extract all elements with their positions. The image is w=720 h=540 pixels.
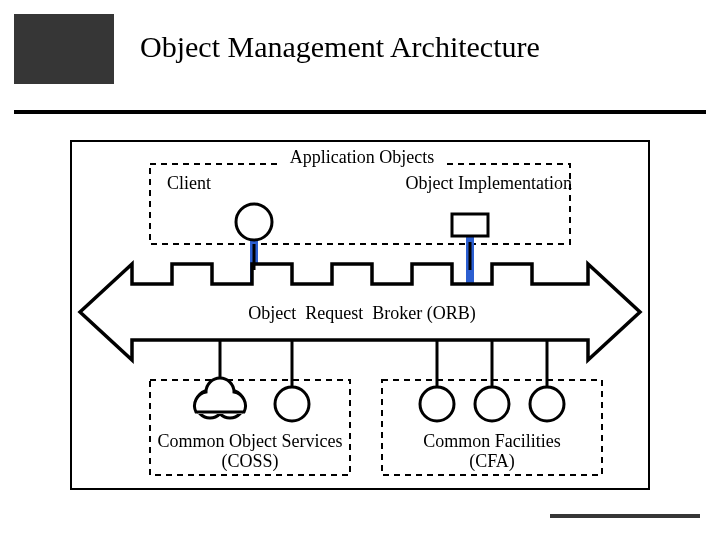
client-label: Client — [167, 174, 247, 194]
title-rule — [14, 110, 706, 114]
cfa-circle-2-icon — [475, 387, 509, 421]
slide: Object Management Architecture — [0, 0, 720, 540]
cfa-circle-1-icon — [420, 387, 454, 421]
coss-circle-icon — [275, 387, 309, 421]
obj-impl-port-icon — [452, 214, 488, 236]
bottom-rule — [550, 514, 700, 518]
object-implementation-label: Object Implementation — [372, 174, 572, 194]
coss-label: Common Object Services (COSS) — [150, 432, 350, 472]
client-port-icon — [236, 204, 272, 240]
application-objects-label: Application Objects — [282, 148, 442, 168]
cfa-circle-3-icon — [530, 387, 564, 421]
orb-label: Object Request Broker (ORB) — [227, 304, 497, 324]
page-title: Object Management Architecture — [140, 30, 690, 64]
corner-block — [14, 14, 114, 84]
cfa-label: Common Facilities (CFA) — [382, 432, 602, 472]
diagram-frame: Application Objects Client Object Implem… — [70, 140, 650, 490]
coss-cloud-icon — [195, 378, 246, 418]
